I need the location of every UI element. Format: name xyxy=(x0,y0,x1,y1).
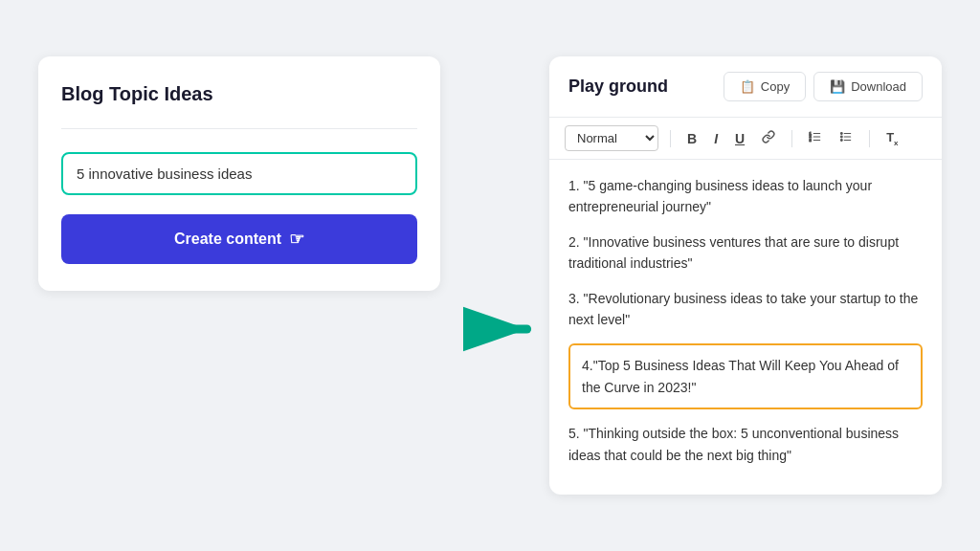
copy-button[interactable]: 📋 Copy xyxy=(724,72,806,101)
svg-point-10 xyxy=(841,140,843,142)
toolbar-divider-3 xyxy=(869,130,870,147)
copy-icon: 📋 xyxy=(740,79,755,94)
right-panel: Play ground 📋 Copy 💾 Download Normal xyxy=(549,56,942,495)
download-button[interactable]: 💾 Download xyxy=(813,72,923,101)
format-select[interactable]: Normal Heading 1 Heading 2 xyxy=(565,125,658,151)
keyword-input[interactable] xyxy=(61,152,417,195)
panel-title: Blog Topic Ideas xyxy=(61,83,417,105)
content-item: 3. "Revolutionary business ideas to take… xyxy=(568,288,923,331)
playground-header: Play ground 📋 Copy 💾 Download xyxy=(549,56,942,118)
divider xyxy=(61,128,417,129)
ordered-list-button[interactable]: 123 xyxy=(804,127,827,149)
download-icon: 💾 xyxy=(830,79,845,94)
left-panel: Blog Topic Ideas Create content ☞ xyxy=(38,56,440,291)
toolbar-divider-1 xyxy=(670,130,671,147)
create-content-button[interactable]: Create content ☞ xyxy=(61,214,417,264)
cursor-icon: ☞ xyxy=(289,229,304,250)
svg-text:3: 3 xyxy=(810,138,813,143)
content-item: 2. "Innovative business ventures that ar… xyxy=(568,231,923,275)
content-item: 5. "Thinking outside the box: 5 unconven… xyxy=(568,423,923,466)
arrow-container xyxy=(463,305,540,353)
unordered-list-button[interactable] xyxy=(835,127,858,149)
create-content-label: Create content xyxy=(174,231,281,248)
clear-format-button[interactable]: Tx xyxy=(881,127,902,150)
underline-button[interactable]: U xyxy=(730,128,749,149)
arrow-icon xyxy=(463,305,540,353)
playground-title: Play ground xyxy=(568,77,668,97)
content-area: 1. "5 game-changing business ideas to la… xyxy=(549,160,942,495)
toolbar: Normal Heading 1 Heading 2 B I U 123 xyxy=(549,118,942,160)
content-item: 4."Top 5 Business Ideas That Will Keep Y… xyxy=(568,343,923,409)
svg-point-8 xyxy=(841,133,843,135)
italic-button[interactable]: I xyxy=(709,128,723,149)
svg-point-9 xyxy=(841,136,843,138)
bold-button[interactable]: B xyxy=(682,128,702,149)
download-label: Download xyxy=(851,79,906,94)
link-button[interactable] xyxy=(757,127,780,149)
copy-label: Copy xyxy=(761,79,790,94)
content-item: 1. "5 game-changing business ideas to la… xyxy=(568,175,923,218)
right-section: Play ground 📋 Copy 💾 Download Normal xyxy=(463,56,942,495)
header-buttons: 📋 Copy 💾 Download xyxy=(724,72,923,101)
toolbar-divider-2 xyxy=(791,130,792,147)
